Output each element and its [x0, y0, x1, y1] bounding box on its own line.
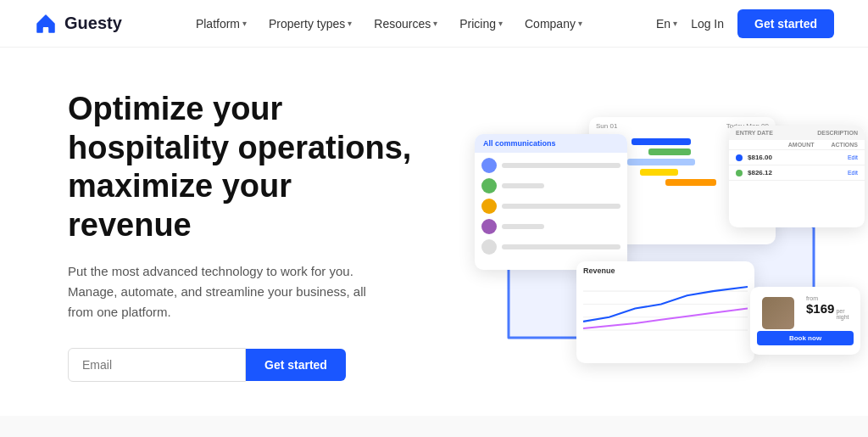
entry-dot: [736, 170, 743, 176]
chevron-down-icon: ▾: [673, 19, 677, 28]
language-selector[interactable]: En ▾: [656, 17, 677, 31]
entries-header: ENTRY DATE DESCRIPTION: [729, 126, 865, 140]
home-icon: [34, 12, 58, 36]
entry-amount-1: $816.00: [748, 154, 843, 161]
chevron-down-icon: ▾: [433, 19, 437, 28]
chevron-down-icon: ▾: [498, 19, 503, 28]
dashboard-visual: ✉ 💬 ☎ 📱 All communications: [458, 100, 865, 372]
hero-title: Optimize your hospitality operations, ma…: [68, 90, 424, 244]
gantt-bar: [627, 159, 695, 165]
nav-pricing[interactable]: Pricing ▾: [451, 12, 511, 36]
brand-name: Guesty: [64, 14, 122, 33]
entry-amount-2: $826.12: [748, 169, 843, 176]
booking-from-label: from: [806, 295, 850, 301]
chevron-down-icon: ▾: [348, 19, 352, 28]
avatar: [481, 178, 497, 193]
cal-date-start: Sun 01: [596, 122, 617, 130]
brand-logo[interactable]: Guesty: [34, 12, 122, 36]
avatar: [481, 199, 497, 214]
comms-item: [481, 199, 620, 214]
partners-section: Proud to partner with ✿ Preferred + Soft…: [0, 416, 868, 437]
entries-col-desc: DESCRIPTION: [817, 130, 858, 136]
revenue-chart: [576, 277, 754, 343]
entries-sub-actions: ACTIONS: [832, 142, 859, 148]
revenue-line-chart: [583, 277, 748, 336]
nav-property-types[interactable]: Property types ▾: [260, 12, 360, 36]
nav-platform[interactable]: Platform ▾: [187, 12, 255, 36]
comms-text: [502, 163, 620, 168]
comms-text: [502, 244, 620, 249]
gantt-bar: [632, 138, 691, 145]
hero-section: Optimize your hospitality operations, ma…: [0, 48, 868, 416]
booking-price: $169: [806, 301, 834, 316]
entries-sub-amount: AMOUNT: [788, 142, 815, 148]
chevron-down-icon: ▾: [242, 19, 247, 28]
navbar: Guesty Platform ▾ Property types ▾ Resou…: [0, 0, 868, 48]
comms-item: [481, 178, 620, 193]
entry-edit-1[interactable]: Edit: [848, 154, 858, 160]
revenue-title: Revenue: [576, 261, 754, 277]
comms-item: [481, 219, 620, 234]
nav-right: En ▾ Log In Get started: [656, 9, 834, 38]
comms-item: [481, 158, 620, 173]
nav-company[interactable]: Company ▾: [516, 12, 591, 36]
hero-get-started-button[interactable]: Get started: [246, 349, 346, 381]
comms-item: [481, 239, 620, 255]
hero-cta: Get started: [68, 348, 424, 382]
avatar: [481, 239, 497, 255]
avatar: [481, 158, 497, 173]
entries-row: $826.12 Edit: [729, 165, 865, 181]
hero-content: Optimize your hospitality operations, ma…: [68, 90, 424, 382]
booking-card: from $169 per night Book now: [750, 287, 860, 355]
email-input[interactable]: [68, 348, 246, 382]
nav-links: Platform ▾ Property types ▾ Resources ▾ …: [187, 12, 591, 36]
nav-get-started-button[interactable]: Get started: [737, 9, 834, 38]
entries-col-date: ENTRY DATE: [736, 130, 773, 136]
gantt-bar: [665, 179, 716, 186]
booking-per-night: per night: [836, 308, 850, 320]
comms-text: [502, 224, 544, 229]
nav-resources[interactable]: Resources ▾: [365, 12, 446, 36]
comms-text: [502, 183, 544, 188]
entries-card: ENTRY DATE DESCRIPTION AMOUNT ACTIONS $8…: [729, 126, 865, 227]
property-thumbnail: [762, 297, 794, 329]
comms-text: [502, 204, 620, 209]
hero-visual: ✉ 💬 ☎ 📱 All communications: [458, 100, 865, 372]
entry-dot: [736, 154, 743, 161]
entries-row: $816.00 Edit: [729, 150, 865, 165]
hero-subtitle: Put the most advanced technology to work…: [68, 261, 373, 322]
entry-edit-2[interactable]: Edit: [848, 170, 858, 176]
gantt-bar: [640, 169, 678, 176]
communications-card: All communications: [475, 134, 627, 270]
chevron-down-icon: ▾: [578, 19, 582, 28]
comms-card-header: All communications: [475, 134, 627, 153]
book-now-button[interactable]: Book now: [757, 331, 854, 345]
avatar: [481, 219, 497, 234]
login-link[interactable]: Log In: [691, 17, 724, 31]
revenue-card: Revenue: [576, 261, 754, 363]
gantt-bar: [648, 148, 691, 155]
svg-rect-0: [43, 27, 48, 32]
comms-list: [475, 153, 627, 265]
